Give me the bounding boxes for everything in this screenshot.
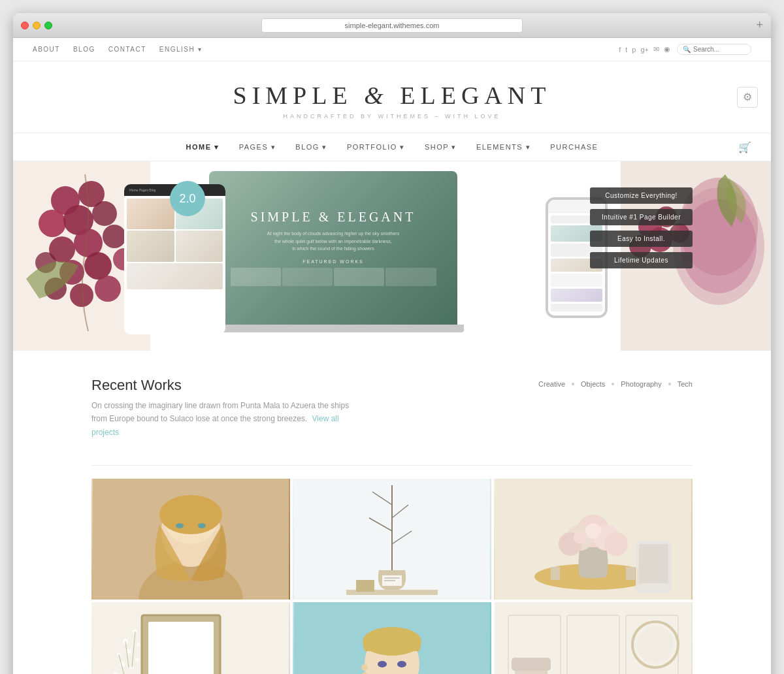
- maximize-button[interactable]: [44, 22, 52, 29]
- recent-works-section: Recent Works On crossing the imaginary l…: [13, 351, 771, 465]
- svg-point-10: [84, 252, 112, 280]
- nav-item-shop[interactable]: SHOP ▾: [425, 143, 457, 152]
- email-icon[interactable]: ✉: [653, 45, 659, 54]
- svg-point-64: [120, 662, 125, 667]
- new-tab-button[interactable]: +: [756, 18, 763, 32]
- feature-badge-updates: Lifetime Updates: [590, 252, 693, 268]
- top-nav-contact[interactable]: CONTACT: [108, 46, 146, 53]
- minimize-button[interactable]: [33, 22, 41, 29]
- svg-point-78: [361, 664, 368, 671]
- googleplus-icon[interactable]: g+: [640, 46, 649, 54]
- svg-point-51: [574, 531, 587, 544]
- screen-text-1: At night the body of clouds advancing hi…: [267, 231, 399, 236]
- browser-window: simple-elegant.withemes.com + ABOUT BLOG…: [13, 13, 771, 674]
- site-tagline: HANDCRAFTED BY WITHEMES – WITH LOVE: [26, 113, 758, 120]
- filter-photography[interactable]: Photography: [621, 380, 661, 388]
- svg-rect-55: [639, 544, 668, 583]
- site-title: SIMPLE & ELEGANT: [26, 81, 758, 110]
- cart-icon[interactable]: 🛒: [738, 141, 751, 153]
- portfolio-item-3[interactable]: [494, 479, 693, 600]
- filter-tech[interactable]: Tech: [678, 380, 693, 388]
- svg-point-49: [604, 532, 628, 556]
- search-bar[interactable]: 🔍: [677, 44, 751, 55]
- feature-badge-customize: Customize Everything!: [590, 187, 693, 204]
- section-header: Recent Works On crossing the imaginary l…: [91, 377, 693, 439]
- svg-rect-58: [148, 622, 214, 674]
- svg-point-8: [103, 225, 126, 248]
- portfolio-item-5[interactable]: [293, 602, 491, 674]
- svg-point-29: [159, 495, 222, 534]
- top-nav-english[interactable]: ENGLISH ▾: [159, 46, 202, 53]
- settings-button[interactable]: ⚙: [737, 87, 758, 108]
- nav-item-elements[interactable]: ELEMENTS ▾: [476, 143, 531, 152]
- laptop-screen-title: SIMPLE & ELEGANT: [251, 210, 416, 225]
- nav-item-blog[interactable]: BLOG ▾: [295, 143, 327, 152]
- section-divider: [91, 465, 693, 466]
- site-title-part1: SIMPLE: [233, 82, 353, 109]
- section-description: On crossing the imaginary line drawn fro…: [91, 399, 353, 439]
- frame-image: [91, 602, 290, 674]
- feature-badges: Customize Everything! Intuitive #1 Page …: [590, 187, 693, 268]
- filter-tags: Creative Objects Photography Tech: [538, 380, 693, 388]
- rss-icon[interactable]: ◉: [664, 45, 670, 54]
- filter-dot-1: [572, 383, 574, 385]
- traffic-lights: [21, 22, 52, 29]
- portfolio-item-6[interactable]: [494, 602, 693, 674]
- svg-rect-52: [551, 567, 560, 580]
- screen-text-2: the whole quiet gulf below with an impen…: [274, 239, 391, 244]
- feature-badge-install: Easy to Install.: [590, 231, 693, 247]
- browser-titlebar: simple-elegant.withemes.com +: [13, 13, 771, 38]
- section-title: Recent Works: [91, 377, 353, 394]
- nav-item-purchase[interactable]: PURCHASE: [550, 143, 598, 151]
- tablet-nav-label: Home Pages Blog: [129, 188, 155, 192]
- top-bar-right: f t p g+ ✉ ◉ 🔍: [619, 44, 751, 55]
- interior-image: [494, 602, 693, 674]
- portfolio-grid: [91, 479, 693, 674]
- top-nav-about[interactable]: ABOUT: [33, 46, 60, 53]
- svg-point-68: [135, 658, 139, 662]
- screen-text-3: in which the sound of the falling shower…: [292, 246, 374, 251]
- pinterest-icon[interactable]: p: [632, 46, 636, 54]
- svg-point-31: [198, 523, 206, 528]
- svg-point-14: [95, 276, 121, 302]
- svg-rect-53: [626, 567, 635, 580]
- portfolio-item-2[interactable]: [293, 479, 491, 600]
- close-button[interactable]: [21, 22, 29, 29]
- laptop-device: SIMPLE & ELEGANT At night the body of cl…: [196, 171, 470, 344]
- version-badge: 2.0: [170, 181, 205, 216]
- social-icons: f t p g+ ✉ ◉: [619, 45, 670, 54]
- site-title-part2: ELEGANT: [400, 82, 551, 109]
- search-input[interactable]: [693, 46, 745, 53]
- facebook-icon[interactable]: f: [619, 46, 621, 54]
- svg-point-5: [92, 201, 117, 226]
- svg-point-91: [637, 626, 674, 663]
- filter-creative[interactable]: Creative: [538, 380, 565, 388]
- top-nav-blog[interactable]: BLOG: [73, 46, 95, 53]
- svg-rect-89: [512, 658, 551, 671]
- svg-point-80: [378, 661, 387, 667]
- svg-point-63: [137, 643, 140, 647]
- filter-objects[interactable]: Objects: [581, 380, 605, 388]
- address-bar[interactable]: simple-elegant.withemes.com: [261, 18, 523, 33]
- nav-item-portfolio[interactable]: PORTFOLIO ▾: [347, 143, 405, 152]
- top-utility-bar: ABOUT BLOG CONTACT ENGLISH ▾ f t p g+ ✉ …: [13, 38, 771, 61]
- site-title-amp: &: [364, 82, 400, 109]
- twitter-icon[interactable]: t: [625, 46, 627, 54]
- floral-image: [494, 479, 693, 600]
- portrait-image: [91, 479, 290, 600]
- feature-badge-builder: Intuitive #1 Page Builder: [590, 209, 693, 225]
- portfolio-item-4[interactable]: [91, 602, 290, 674]
- objects-image: [293, 479, 491, 600]
- nav-item-pages[interactable]: PAGES ▾: [239, 143, 276, 152]
- svg-point-3: [39, 210, 66, 237]
- featured-works-label: FEATURED WORKS: [302, 259, 364, 264]
- section-left: Recent Works On crossing the imaginary l…: [91, 377, 353, 439]
- search-icon: 🔍: [683, 46, 691, 53]
- nav-item-home[interactable]: HOME ▾: [186, 143, 220, 152]
- portfolio-item-1[interactable]: [91, 479, 290, 600]
- portrait2-image: [293, 602, 491, 674]
- desc-text: On crossing the imaginary line drawn fro…: [91, 401, 349, 423]
- svg-point-30: [176, 523, 184, 528]
- svg-point-81: [397, 661, 406, 667]
- svg-point-13: [70, 283, 93, 307]
